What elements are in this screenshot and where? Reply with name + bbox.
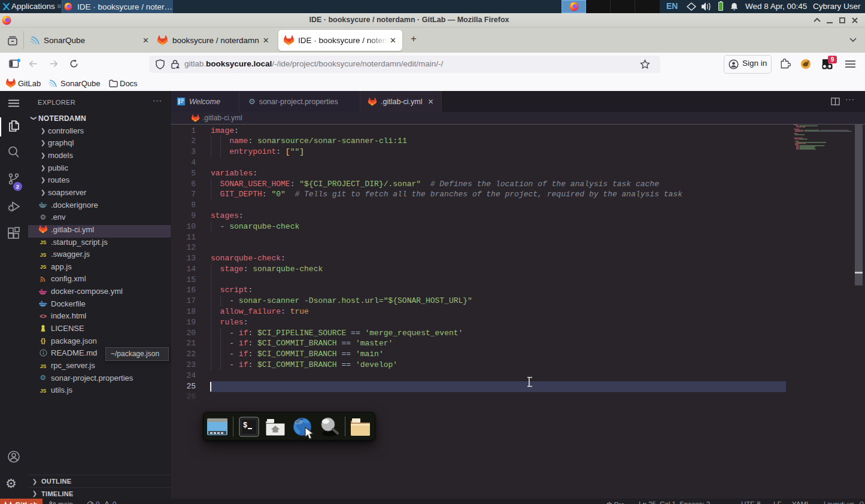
svg-text:$: $ <box>243 421 247 430</box>
